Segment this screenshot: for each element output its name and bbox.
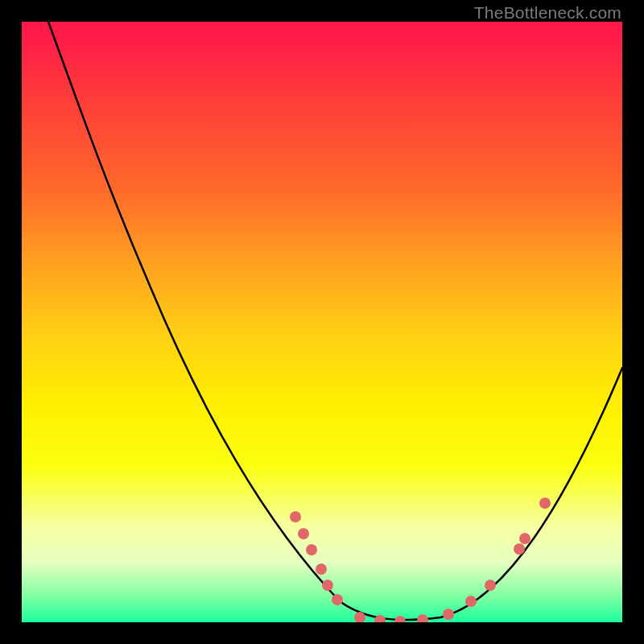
data-dot — [519, 533, 530, 544]
data-dot — [465, 596, 477, 607]
bottleneck-curve — [48, 22, 622, 620]
data-dot — [485, 580, 496, 591]
plot-area — [22, 22, 622, 622]
watermark: TheBottleneck.com — [474, 3, 621, 23]
chart-stage: TheBottleneck.com — [0, 0, 644, 644]
data-dot — [290, 511, 301, 522]
data-dot — [539, 497, 551, 509]
data-dot — [394, 616, 406, 622]
data-dot — [417, 614, 428, 622]
data-dot — [443, 609, 454, 620]
data-dot — [322, 580, 333, 591]
data-dot — [332, 594, 343, 605]
data-dot — [514, 543, 525, 555]
data-dot — [298, 528, 309, 539]
data-dot — [316, 564, 327, 575]
curve-layer — [22, 22, 622, 622]
data-dot — [306, 544, 317, 555]
